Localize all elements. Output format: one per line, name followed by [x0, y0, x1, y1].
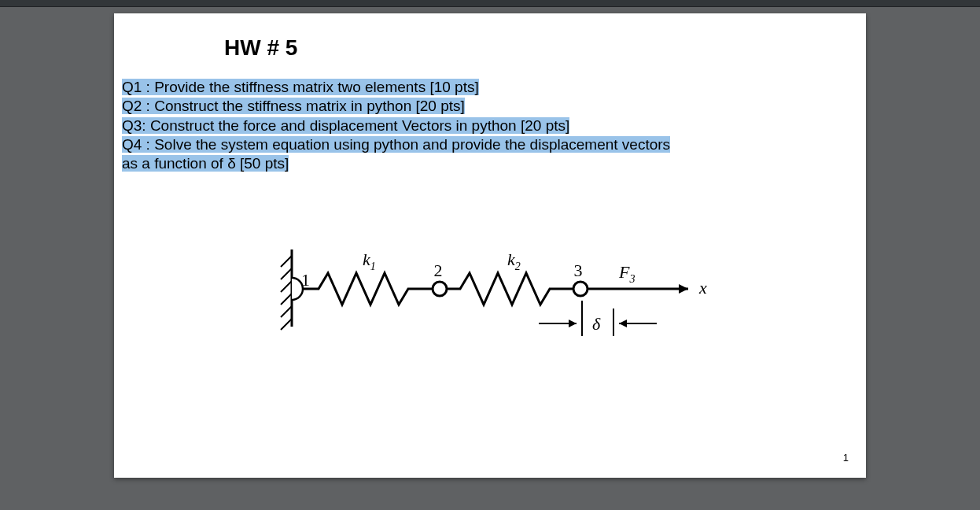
- svg-line-1: [281, 256, 292, 267]
- node-1-label: 1: [301, 270, 310, 290]
- force-label: F3: [618, 262, 635, 285]
- svg-line-6: [281, 319, 292, 330]
- spring-1-label: k1: [363, 249, 376, 272]
- svg-line-3: [281, 281, 292, 292]
- svg-point-7: [433, 282, 447, 296]
- svg-line-5: [281, 306, 292, 317]
- pdf-viewer-toolbar-edge: [0, 0, 980, 7]
- svg-point-8: [573, 282, 588, 296]
- question-1: Q1 : Provide the stiffness matrix two el…: [122, 79, 479, 95]
- page-number: 1: [843, 452, 849, 464]
- question-3: Q3: Construct the force and displacement…: [122, 117, 569, 134]
- question-2: Q2 : Construct the stiffness matrix in p…: [122, 98, 465, 114]
- x-axis-label: x: [698, 278, 707, 298]
- page-viewport: HW # 5 Q1 : Provide the stiffness matrix…: [0, 7, 980, 478]
- svg-line-2: [281, 268, 292, 279]
- question-4-line2: as a function of δ [50 pts]: [122, 155, 289, 172]
- svg-marker-16: [619, 320, 627, 327]
- svg-marker-14: [569, 320, 577, 327]
- node-2-label: 2: [434, 261, 443, 280]
- node-3-label: 3: [574, 261, 583, 280]
- page-title: HW # 5: [224, 35, 866, 61]
- svg-line-4: [281, 294, 292, 305]
- svg-marker-10: [679, 284, 688, 294]
- question-list: Q1 : Provide the stiffness matrix two el…: [122, 78, 858, 174]
- document-page: HW # 5 Q1 : Provide the stiffness matrix…: [114, 13, 866, 478]
- question-4-line1: Q4 : Solve the system equation using pyt…: [122, 136, 670, 153]
- delta-label: δ: [592, 314, 601, 334]
- spring-2-label: k2: [507, 249, 521, 272]
- spring-system-figure: 1 2 3 k1 k2 F3 x δ: [263, 234, 720, 368]
